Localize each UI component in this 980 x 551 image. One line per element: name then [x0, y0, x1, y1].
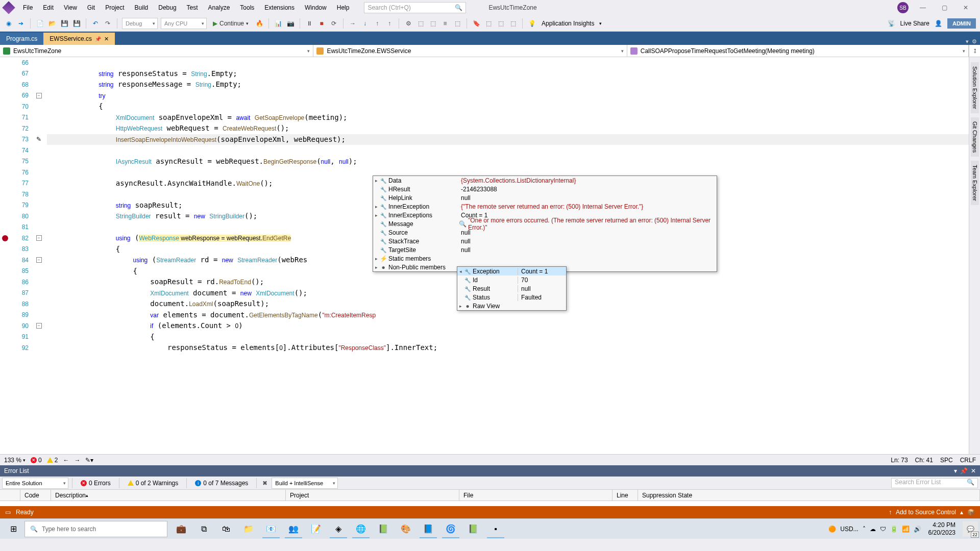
explorer-icon[interactable]: 📁 [238, 520, 259, 538]
menu-test[interactable]: Test [182, 2, 203, 14]
i8-icon[interactable]: ⬚ [508, 19, 518, 28]
stop-icon[interactable]: ■ [317, 19, 326, 28]
edge-icon[interactable]: 🌀 [440, 520, 461, 538]
dbg-task-result[interactable]: Resultnull [457, 284, 566, 293]
excel-icon[interactable]: 📗 [462, 520, 484, 538]
menu-edit[interactable]: Edit [38, 2, 58, 14]
pause-icon[interactable]: ⏸ [305, 19, 314, 28]
npp-icon[interactable]: 📗 [373, 520, 394, 538]
errlist-close-icon[interactable]: ✕ [971, 467, 976, 474]
dbg-task-id[interactable]: Id70 [457, 276, 566, 284]
pin-icon[interactable]: 📌 [95, 36, 101, 42]
taskview-icon[interactable]: ⧉ [193, 520, 214, 538]
warning-count[interactable]: 2 [47, 457, 58, 464]
code-line[interactable]: { [47, 101, 969, 112]
restart-icon[interactable]: ⟳ [329, 19, 338, 28]
errlist-col-file[interactable]: File [459, 490, 612, 500]
i4-icon[interactable]: ≡ [440, 19, 450, 28]
chrome-icon[interactable]: 🌐 [350, 520, 372, 538]
volume-icon[interactable]: 🔊 [914, 525, 921, 533]
ico1[interactable]: 📊 [274, 19, 283, 28]
nav-back-small-icon[interactable]: ← [63, 457, 69, 464]
news-icon[interactable]: 🟠 [828, 525, 836, 533]
code-line[interactable]: { [47, 332, 969, 343]
dbg-prop-helplink[interactable]: HelpLinknull [373, 193, 717, 202]
char-indicator[interactable]: Ch: 41 [915, 457, 933, 464]
word-icon[interactable]: 📘 [418, 520, 439, 538]
tab-program[interactable]: Program.cs [0, 33, 43, 45]
tab-settings-icon[interactable]: ⚙ [972, 38, 977, 45]
code-line[interactable]: responseStatus = elements[0].Attributes[… [47, 342, 969, 354]
step-icon[interactable]: ↑ [385, 19, 394, 28]
indent-indicator[interactable]: SPC [940, 457, 953, 464]
code-line[interactable]: InsertSoapEnvelopeIntoWebRequest(soapEnv… [47, 134, 969, 145]
menu-help[interactable]: Help [332, 2, 354, 14]
dbg-task-exception[interactable]: ◂ExceptionCount = 1 [457, 267, 566, 276]
redo-icon[interactable]: ↷ [103, 19, 112, 28]
briefcase-icon[interactable]: 💼 [170, 520, 192, 538]
save-icon[interactable]: 💾 [60, 19, 69, 28]
errlist-col-line[interactable]: Line [612, 490, 638, 500]
dbg-prop-hresult[interactable]: HResult-2146233088 [373, 185, 717, 193]
dbg-prop-innerexception[interactable]: ▸InnerException{"The remote server retur… [373, 202, 717, 211]
bookmark-icon[interactable]: 🔖 [472, 19, 481, 28]
terminal-icon[interactable]: ▪ [485, 520, 506, 538]
notes-icon[interactable]: 📝 [305, 520, 327, 538]
currency-widget[interactable]: USD... [840, 525, 858, 533]
dbg-prop-stacktrace[interactable]: StackTracenull [373, 237, 717, 245]
notifications-button[interactable]: 💬22 [963, 521, 978, 537]
wifi-icon[interactable]: 📶 [902, 525, 910, 533]
user-avatar[interactable]: SB [897, 2, 909, 13]
breakpoint-icon[interactable] [2, 235, 8, 241]
class-dropdown[interactable]: EwsUtcTimeZone.EWSService ▾ [313, 45, 627, 57]
close-tab-icon[interactable]: ✕ [104, 36, 109, 42]
visualstudio-icon[interactable]: ◈ [328, 520, 349, 538]
fold-icon[interactable]: − [36, 257, 42, 263]
code-line[interactable]: HttpWebRequest webRequest = CreateWebReq… [47, 123, 969, 134]
menu-view[interactable]: View [59, 2, 82, 14]
menu-project[interactable]: Project [101, 2, 129, 14]
code-line[interactable] [47, 57, 969, 68]
platform-dropdown[interactable]: Any CPU [161, 18, 207, 29]
dbg-task-status[interactable]: StatusFaulted [457, 293, 566, 302]
errlist-col-suppression-state[interactable]: Suppression State [638, 490, 980, 500]
maximize-button[interactable]: ▢ [934, 2, 954, 14]
warnings-filter[interactable]: 0 of 2 Warnings [123, 478, 183, 488]
nav-back-icon[interactable]: ◉ [4, 19, 13, 28]
nav-fwd-small-icon[interactable]: → [74, 457, 80, 464]
taskbar-search-input[interactable]: 🔍 Type here to search [24, 521, 167, 537]
messages-filter[interactable]: i0 of 7 Messages [190, 478, 253, 488]
config-dropdown[interactable]: Debug [122, 18, 158, 29]
i1-icon[interactable]: ⚙ [404, 19, 413, 28]
menu-window[interactable]: Window [300, 2, 331, 14]
errlist-build-dropdown[interactable]: Build + IntelliSense [272, 478, 338, 489]
errlist-col-icon[interactable] [0, 490, 20, 500]
battery-icon[interactable]: 🔋 [890, 525, 898, 533]
fold-icon[interactable]: − [36, 235, 42, 241]
continue-button[interactable]: ▶ Continue ▾ [210, 20, 252, 27]
menu-git[interactable]: Git [83, 2, 100, 14]
lineending-indicator[interactable]: CRLF [960, 457, 976, 464]
global-search-input[interactable]: Search (Ctrl+Q) 🔍 [364, 2, 466, 13]
dbg-prop-message[interactable]: Message🔍"One or more errors occurred. (T… [373, 219, 717, 228]
errlist-scope-dropdown[interactable]: Entire Solution [2, 478, 68, 489]
clock[interactable]: 4:20 PM 6/20/2023 [925, 521, 959, 536]
method-dropdown[interactable]: CallSOAPProposeTimeRequestToGetMeeting(M… [627, 45, 969, 57]
pen-icon[interactable]: ✎▾ [85, 457, 93, 464]
tab-overflow-icon[interactable]: ▾ [966, 38, 969, 45]
hot-reload-icon[interactable]: 🔥 [255, 19, 264, 28]
error-list-title-bar[interactable]: Error List ▾ 📌 ✕ [0, 465, 980, 477]
code-line[interactable]: string responseMessage = String.Empty; [47, 79, 969, 90]
line-indicator[interactable]: Ln: 73 [891, 457, 908, 464]
outlook-icon[interactable]: 📧 [260, 520, 282, 538]
step-into-icon[interactable]: → [348, 19, 357, 28]
liveshare-label[interactable]: Live Share [900, 20, 929, 27]
fold-icon[interactable]: − [36, 93, 42, 98]
ico2[interactable]: 📷 [286, 19, 295, 28]
tray-overflow-icon[interactable]: ˄ [863, 525, 866, 533]
dbg-task-raw-view[interactable]: ▸●Raw View [457, 302, 566, 310]
person-icon[interactable]: 👤 [935, 20, 942, 27]
menu-analyze[interactable]: Analyze [204, 2, 235, 14]
error-count[interactable]: ✕ 0 [31, 457, 42, 464]
debugger-datatip-task[interactable]: ◂ExceptionCount = 1Id70ResultnullStatusF… [457, 266, 567, 311]
